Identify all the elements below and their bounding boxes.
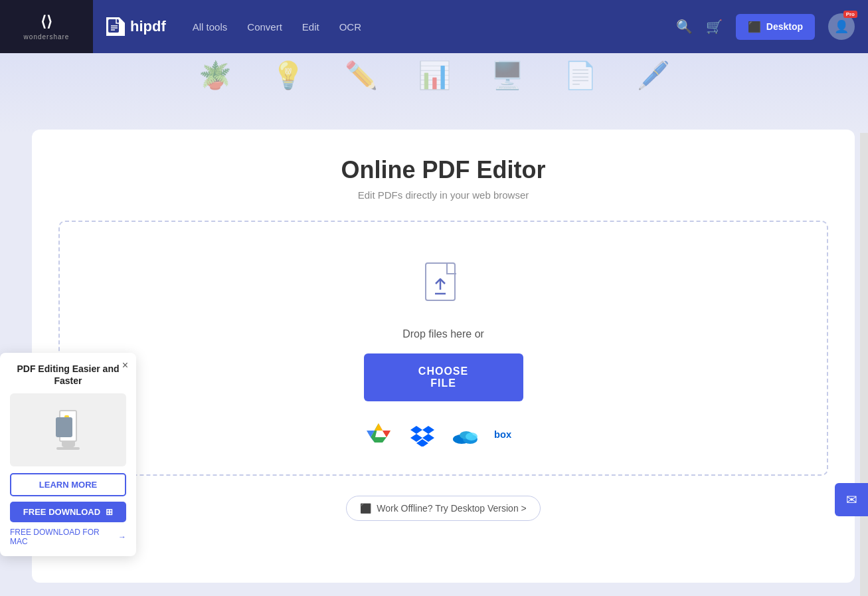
illus-lamp: 💡	[272, 60, 305, 91]
mail-icon: ✉	[846, 492, 857, 508]
mail-float-button[interactable]: ✉	[835, 483, 868, 516]
illus-quill: 🖊️	[637, 60, 670, 91]
arrow-icon: →	[118, 532, 126, 542]
desktop-btn-label: Desktop	[766, 21, 803, 32]
nav-convert[interactable]: Convert	[247, 21, 282, 33]
illus-monitor: 🖥️	[491, 60, 524, 91]
nav-all-tools[interactable]: All tools	[193, 21, 228, 33]
popup-title: PDF Editing Easier and Faster	[10, 363, 126, 387]
avatar-icon: 👤	[834, 19, 849, 34]
svg-marker-9	[375, 423, 383, 431]
free-download-mac-text: FREE DOWNLOAD FOR MAC	[10, 528, 116, 546]
offline-icon: ⬛	[360, 503, 371, 514]
search-icon[interactable]: 🔍	[676, 19, 693, 35]
nav-edit[interactable]: Edit	[302, 21, 319, 33]
cloud-service-icons: box	[367, 421, 521, 448]
nav-links: All tools Convert Edit OCR	[193, 21, 361, 33]
google-drive-icon[interactable]	[367, 421, 393, 448]
svg-point-18	[466, 433, 477, 441]
illus-plant: 🪴	[199, 60, 232, 91]
onedrive-icon[interactable]	[452, 421, 478, 448]
svg-text:box: box	[494, 429, 512, 440]
page-subtitle: Edit PDFs directly in your web browser	[58, 189, 828, 201]
hipdf-logo[interactable]: hipdf	[93, 17, 179, 36]
illus-document: 📄	[564, 60, 597, 91]
free-download-mac-link[interactable]: FREE DOWNLOAD FOR MAC →	[10, 528, 126, 546]
offline-text: Work Offline? Try Desktop Version >	[377, 503, 527, 514]
illus-chart: 📊	[418, 60, 451, 91]
hipdf-icon	[106, 17, 125, 36]
desktop-button[interactable]: ⬛ Desktop	[736, 14, 815, 40]
pro-badge: Pro	[843, 11, 857, 18]
svg-marker-14	[383, 431, 391, 437]
box-icon[interactable]: box	[494, 421, 521, 448]
popup-screen	[59, 410, 76, 442]
choose-file-button[interactable]: CHOOSE FILE	[364, 353, 523, 401]
offline-bar[interactable]: ⬛ Work Offline? Try Desktop Version >	[346, 496, 541, 521]
free-download-label: FREE DOWNLOAD	[23, 507, 100, 517]
learn-more-button[interactable]: LEARN MORE	[10, 473, 126, 496]
cart-icon[interactable]: 🛒	[706, 19, 723, 35]
nav-right: 🔍 🛒 ⬛ Desktop 👤 Pro	[676, 13, 868, 40]
ws-icon: ⟨⟩	[41, 13, 52, 31]
dropbox-icon[interactable]	[409, 421, 436, 448]
svg-marker-11	[371, 437, 387, 443]
illus-pencils: ✏️	[345, 60, 378, 91]
navbar: ⟨⟩ wondershare hipdf All tools Convert E…	[0, 0, 868, 53]
desktop-btn-icon: ⬛	[748, 21, 761, 33]
user-avatar[interactable]: 👤 Pro	[828, 13, 855, 40]
windows-icon: ⊞	[106, 507, 113, 517]
popup-image	[10, 393, 126, 466]
ws-text: wondershare	[24, 33, 70, 41]
page-title: Online PDF Editor	[58, 156, 828, 184]
upload-icon	[420, 262, 467, 315]
main-content-card: Online PDF Editor Edit PDFs directly in …	[32, 130, 855, 583]
popup-card: × PDF Editing Easier and Faster LEARN MO…	[0, 353, 136, 556]
popup-close-button[interactable]: ×	[122, 359, 128, 371]
wondershare-logo[interactable]: ⟨⟩ wondershare	[0, 0, 93, 53]
drop-zone[interactable]: Drop files here or CHOOSE FILE	[58, 221, 828, 476]
illustration-items: 🪴 💡 ✏️ 📊 🖥️ 📄 🖊️	[0, 53, 868, 98]
brand-area: ⟨⟩ wondershare hipdf	[0, 0, 179, 53]
drop-text: Drop files here or	[402, 328, 484, 340]
hipdf-text: hipdf	[130, 18, 166, 35]
nav-ocr[interactable]: OCR	[339, 21, 361, 33]
bg-illustration: 🪴 💡 ✏️ 📊 🖥️ 📄 🖊️	[0, 53, 868, 133]
free-download-button[interactable]: FREE DOWNLOAD ⊞	[10, 502, 126, 522]
